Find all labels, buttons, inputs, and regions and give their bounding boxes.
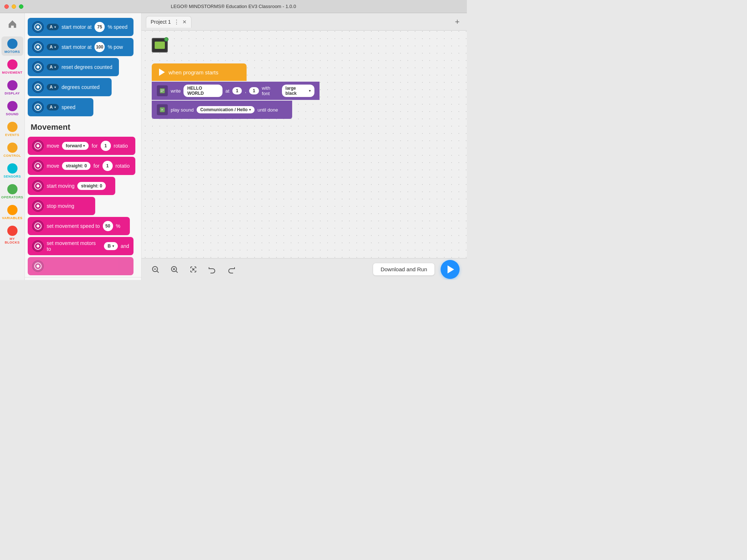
straight-dropdown[interactable]: straight: 0 [62,162,90,170]
movement-icon-5 [32,220,44,232]
speed-text: speed [62,104,76,110]
ev3-connected-dot [164,37,169,42]
app-title: LEGO® MINDSTORMS® Education EV3 Classroo… [171,4,296,9]
rotations-value-2: 1 [102,161,113,171]
redo-button[interactable] [225,263,238,276]
straight-dropdown-2[interactable]: straight: 0 [77,182,106,190]
port-badge-a: A ▾ [47,24,59,30]
motor-icon-4 [32,81,44,93]
motor-icon-5 [32,101,44,113]
svg-rect-0 [160,88,165,93]
sidebar-item-myblocks[interactable]: MY BLOCKS [1,223,23,246]
stop-moving-text: stop moving [47,203,74,209]
movement-icon-1 [32,140,44,152]
motor-icon-2 [32,41,44,53]
write-label: write [171,88,181,94]
speed-value: 75 [94,22,105,32]
minimize-button[interactable] [12,4,16,9]
with-font-label: with font [262,85,279,96]
sidebar-item-sensors[interactable]: SENSORS [1,161,23,180]
ev3-brick-icon[interactable] [152,38,171,57]
zoom-in-button[interactable] [168,263,181,276]
sidebar-item-operators[interactable]: OPERATORS [1,182,23,201]
sidebar-item-display[interactable]: DISPLAY [1,78,23,97]
control-dot [7,143,18,153]
undo-button[interactable] [206,263,219,276]
hello-world-value[interactable]: HELLO WORLD [183,85,222,97]
display-dot [7,80,18,90]
sidebar-item-motors[interactable]: MOTORS [1,36,23,56]
port-badge-a5: A ▾ [47,104,59,110]
x-value[interactable]: 1 [232,87,242,94]
canvas-toolbar: Download and Run [142,258,467,280]
fit-button[interactable] [187,263,200,276]
sidebar-item-variables[interactable]: VARIABLES [1,203,23,222]
sidebar-item-control[interactable]: CONTROL [1,140,23,160]
block-move-forward[interactable]: move forward▾ for 1 rotatio [28,137,135,155]
download-run-button[interactable]: Download and Run [373,263,435,276]
percent-suffix: % [116,223,120,229]
tab-menu-icon[interactable]: ⋮ [174,19,179,26]
port-badge-a4: A ▾ [47,84,59,90]
play-sound-label: play sound [171,107,194,113]
block-start-moving[interactable]: start moving straight: 0 [28,177,115,195]
variables-label: VARIABLES [2,216,23,220]
zoom-out-button[interactable] [149,263,162,276]
sound-dropdown[interactable]: Communication / Hello ▾ [197,106,255,113]
block-set-movement-speed[interactable]: set movement speed to 50 % [28,217,130,235]
block-stop-moving[interactable]: stop moving [28,197,95,215]
motor-icon [32,21,44,33]
sidebar-item-sound[interactable]: SOUND [1,99,23,118]
motors-label: MOTORS [4,50,20,54]
block-reset-degrees[interactable]: A ▾ reset degrees counted [28,58,119,76]
sidebar-item-events[interactable]: EVENTS [1,120,23,139]
percent-pow-label: % pow [108,44,123,50]
block-extra[interactable] [28,257,133,275]
close-button[interactable] [4,4,9,9]
motor-b-dropdown[interactable]: B▾ [104,242,118,250]
write-block[interactable]: write HELLO WORLD at 1 , 1 with font lar… [152,82,320,100]
block-start-motor-100[interactable]: A ▾ start motor at 100 % pow [28,38,133,56]
maximize-button[interactable] [19,4,23,9]
port-badge-a3: A ▾ [47,64,59,70]
block-start-motor-75[interactable]: A ▾ start motor at 75 % speed [28,18,133,36]
program-start-text: when program starts [169,69,218,75]
run-icon [448,265,454,273]
font-dropdown[interactable]: large black ▾ [282,85,314,97]
block-move-straight[interactable]: move straight: 0 for 1 rotatio [28,157,135,175]
movement-icon-4 [32,200,44,212]
ev3-body [152,38,168,52]
movement-icon-6 [32,240,44,252]
movement-section-header: Movement [25,118,141,135]
sidebar-item-movement[interactable]: MOVEMENT [1,57,23,77]
rotatio-suffix-1: rotatio [114,143,128,149]
tab-close-icon[interactable]: ✕ [182,19,187,25]
home-button[interactable] [4,16,20,32]
set-motors-text: set movement motors to [47,240,101,252]
percent-speed-label: % speed [108,24,127,30]
speed-50-value: 50 [103,221,113,231]
forward-dropdown[interactable]: forward▾ [62,142,89,150]
svg-line-6 [157,271,159,273]
run-button[interactable] [441,260,460,279]
motors-dot [7,39,18,49]
block-speed[interactable]: A ▾ speed [28,98,93,116]
write-block-icon [157,85,168,96]
move-text-2: move [47,163,59,169]
block-degrees-counted[interactable]: A ▾ degrees counted [28,78,112,96]
svg-rect-2 [160,91,163,92]
display-label: DISPLAY [5,92,20,95]
y-value[interactable]: 1 [249,87,259,94]
program-canvas[interactable]: when program starts write HELLO WORLD at [142,31,467,258]
play-sound-block[interactable]: play sound Communication / Hello ▾ until… [152,101,292,119]
program-start-block[interactable]: when program starts [152,63,247,81]
add-tab-button[interactable]: + [452,16,462,28]
fewer-codeblocks-button[interactable]: ▲ FEWER CODEBLOCKS [25,277,141,280]
block-set-movement-motors[interactable]: set movement motors to B▾ and [28,237,133,255]
project-tab[interactable]: Project 1 ⋮ ✕ [146,16,191,28]
movement-icon-3 [32,180,44,192]
ev3-screen [155,42,165,49]
sensors-label: SENSORS [4,175,21,178]
myblocks-label: MY BLOCKS [3,237,22,244]
sound-label: SOUND [6,112,19,116]
